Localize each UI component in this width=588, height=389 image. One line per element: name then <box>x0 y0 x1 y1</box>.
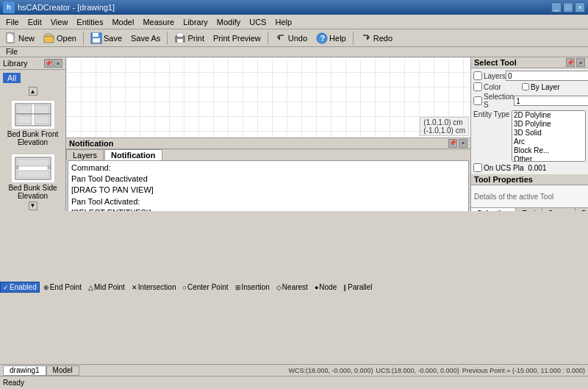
drawing-area[interactable]: (1.0,1.0) cm (-1.0,1.0) cm <box>66 57 470 138</box>
st-selection-checkbox[interactable] <box>473 96 482 105</box>
menu-library[interactable]: Library <box>179 16 212 28</box>
bottom-tab-model[interactable]: Model <box>46 365 79 376</box>
snap-btn-parallel[interactable]: ∥ Parallel <box>340 282 375 293</box>
library-scroll: Bed Bunk FrontElevation Bed Bunk SideEl <box>0 96 65 201</box>
svg-rect-8 <box>177 33 183 37</box>
library-item-bed-bunk-front[interactable]: Bed Bunk FrontElevation <box>4 98 62 149</box>
coord-text2: (-1.0,1.0) cm <box>423 126 465 135</box>
toolbar-redo-btn[interactable]: Redo <box>356 30 396 46</box>
select-tool-close-btn[interactable]: × <box>576 58 585 67</box>
menu-measure[interactable]: Measure <box>138 16 179 28</box>
maximize-button[interactable]: □ <box>563 2 573 13</box>
app-window: h hsCADCreator - [drawing1] _ □ × File E… <box>0 0 588 389</box>
snap-enabled-icon: ✓ <box>3 284 9 291</box>
toolbar-print-btn[interactable]: Print <box>171 30 208 46</box>
select-tool-title: Select Tool <box>474 58 517 67</box>
snap-btn-enabled[interactable]: ✓ Enabled <box>0 282 40 293</box>
notification-tab-notification[interactable]: Notification <box>104 149 162 160</box>
library-scroll-up[interactable]: ▲ <box>29 87 37 96</box>
select-tool-body: Layers Color By Layer <box>471 68 588 174</box>
menu-modify[interactable]: Modify <box>212 16 245 28</box>
snap-btn-center[interactable]: ○ Center Point <box>179 282 231 293</box>
menu-entities[interactable]: Entities <box>72 16 107 28</box>
entity-option-other: Other <box>512 155 585 162</box>
tool-properties-body: Details of the active Tool <box>471 185 588 207</box>
library-pin-btn[interactable]: 📌 <box>44 59 53 68</box>
notification-title: Notification <box>69 139 114 148</box>
select-tool-panel: Select Tool 📌 × Layers <box>471 57 588 174</box>
snap-endpoint-icon: ⊕ <box>43 284 49 291</box>
snap-btn-intersection[interactable]: ✕ Intersection <box>129 282 179 293</box>
st-layers-checkbox[interactable] <box>473 71 482 80</box>
st-selection-input[interactable] <box>514 96 588 106</box>
st-entity-list[interactable]: 2D Polyline 3D Polyline 3D Solid Arc Blo… <box>512 110 586 162</box>
menu-edit[interactable]: Edit <box>24 16 46 28</box>
st-color-checkbox[interactable] <box>473 82 482 91</box>
snap-nearest-label: Nearest <box>282 283 308 291</box>
drawing-canvas: (1.0,1.0) cm (-1.0,1.0) cm <box>66 57 470 138</box>
st-layers-input[interactable] <box>506 71 588 81</box>
library-header: Library 📌 × <box>0 57 65 70</box>
toolbar-open-btn[interactable]: Open <box>40 30 80 46</box>
toolbar-print-preview-btn[interactable]: Print Preview <box>209 32 265 45</box>
snap-midpoint-label: Mid Point <box>94 283 125 291</box>
toolbar-undo-btn[interactable]: Undo <box>271 30 311 46</box>
notification-tab-layers[interactable]: Layers <box>66 149 104 160</box>
library-all-button[interactable]: All <box>3 73 21 83</box>
library-scroll-down[interactable]: ▼ <box>29 201 37 210</box>
minimize-button[interactable]: _ <box>551 2 562 13</box>
toolbar-sep-1 <box>83 32 84 45</box>
entity-option-arc: Arc <box>512 138 585 146</box>
menu-model[interactable]: Model <box>107 16 138 28</box>
library-all-container: All <box>0 70 65 86</box>
select-tool-pin-btn[interactable]: 📌 <box>566 58 575 67</box>
toolbar-new-btn[interactable]: New <box>1 30 38 46</box>
snap-btn-nearest[interactable]: ◇ Nearest <box>273 282 311 293</box>
entity-option-2d-polyline: 2D Polyline <box>512 111 585 120</box>
menu-ucs[interactable]: UCS <box>245 16 270 28</box>
bottom-tab-drawing1[interactable]: drawing1 <box>3 365 46 376</box>
coord-display: (1.0,1.0) cm (-1.0,1.0) cm <box>420 117 469 136</box>
st-selection-label: Selection S <box>484 93 514 109</box>
svg-rect-2 <box>44 36 54 43</box>
library-item-bed-bunk-side[interactable]: Bed Bunk SideElevation <box>4 151 62 201</box>
menu-bar: File Edit View Entities Model Measure Li… <box>0 15 588 29</box>
select-tool-header: Select Tool 📌 × <box>471 57 588 68</box>
status-bar: Ready <box>0 376 588 389</box>
notification-panel: Notification 📌 × Layers Notification Com… <box>66 138 470 211</box>
notification-content[interactable]: Command: Pan Tool Deactivated [DRAG TO P… <box>68 160 469 211</box>
toolbar-save-btn[interactable]: Save <box>87 30 126 46</box>
notification-close-btn[interactable]: × <box>459 139 467 148</box>
notification-pin-btn[interactable]: 📌 <box>448 139 457 148</box>
toolbar-sep-4 <box>353 32 354 45</box>
library-title: Library <box>3 59 28 68</box>
library-header-buttons: 📌 × <box>44 59 62 68</box>
snap-toolbar: ✓ Enabled ⊕ End Point △ Mid Point ✕ Inte… <box>0 211 588 365</box>
notification-tabs: Layers Notification <box>66 149 470 160</box>
svg-rect-5 <box>93 33 98 37</box>
snap-btn-insertion[interactable]: ⊞ Insertion <box>232 282 273 293</box>
svg-rect-23 <box>15 166 18 169</box>
toolbar-save-as-btn[interactable]: Save As <box>127 32 164 45</box>
st-color-label: Color <box>484 83 522 91</box>
menu-view[interactable]: View <box>46 16 73 28</box>
svg-rect-18 <box>35 115 49 124</box>
close-button[interactable]: × <box>575 2 585 13</box>
snap-btn-midpoint[interactable]: △ Mid Point <box>85 282 128 293</box>
menu-help[interactable]: Help <box>270 16 296 28</box>
tool-properties-panel: Tool Properties Details of the active To… <box>471 174 588 208</box>
library-panel: Library 📌 × All ▲ <box>0 57 66 211</box>
prev-point-coord: Previous Point = (-15.000, 11.000 : 0.00… <box>462 367 585 374</box>
st-on-ucs-checkbox[interactable] <box>473 163 482 172</box>
library-close-btn[interactable]: × <box>54 59 62 68</box>
st-by-layer-checkbox[interactable] <box>522 83 529 90</box>
snap-btn-node[interactable]: ● Node <box>312 282 340 293</box>
menu-file[interactable]: File <box>1 16 24 28</box>
library-item-icon-bed-bunk-side <box>11 154 55 183</box>
snap-enabled-label: Enabled <box>10 283 37 291</box>
snap-midpoint-icon: △ <box>88 284 93 291</box>
cmd-line-2: Pan Tool Deactivated <box>71 174 465 185</box>
toolbar-help-btn[interactable]: ? Help <box>312 30 350 46</box>
st-selection-row: Selection S <box>473 93 586 109</box>
snap-btn-endpoint[interactable]: ⊕ End Point <box>40 282 85 293</box>
